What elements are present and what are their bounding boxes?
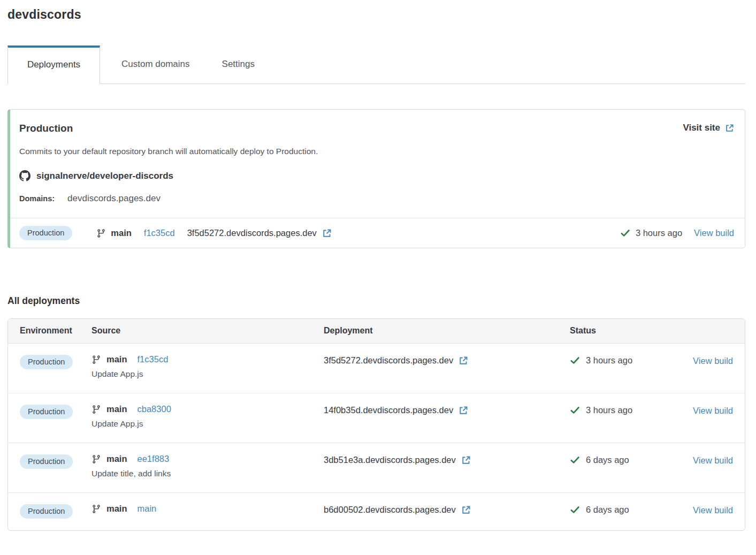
deployment-url-link[interactable]: 3f5d5272.devdiscords.pages.dev <box>187 228 332 238</box>
check-icon <box>570 455 580 465</box>
external-link-icon <box>461 505 471 515</box>
check-icon <box>570 355 580 366</box>
git-branch-icon <box>96 229 106 238</box>
environment-badge: Production <box>20 504 73 519</box>
status-time: 3 hours ago <box>586 355 632 366</box>
table-row: Production main ee1f883 Update title, ad… <box>8 443 745 492</box>
git-branch-icon <box>91 355 101 364</box>
view-build-link[interactable]: View build <box>693 406 733 415</box>
deployment-url-link[interactable]: 14f0b35d.devdiscords.pages.dev <box>324 405 453 415</box>
status-time: 3 hours ago <box>636 228 682 238</box>
commit-link[interactable]: f1c35cd <box>138 354 169 364</box>
column-header-status: Status <box>570 326 687 336</box>
column-header-deployment: Deployment <box>324 326 570 336</box>
external-link-icon <box>459 406 468 415</box>
view-build-link[interactable]: View build <box>693 455 733 465</box>
external-link-icon <box>461 455 471 465</box>
table-header: Environment Source Deployment Status <box>8 319 745 344</box>
deployment-url-link[interactable]: b6d00502.devdiscords.pages.dev <box>324 505 456 515</box>
commit-message: Update title, add links <box>91 469 324 478</box>
branch-name: main <box>106 454 127 464</box>
latest-deployment-row: Production main f1c35cd 3f5d5272.devdisc… <box>10 218 745 248</box>
branch-name: main <box>106 404 127 414</box>
check-icon <box>570 505 580 515</box>
environment-badge: Production <box>20 355 73 369</box>
branch-name: main <box>106 354 127 364</box>
deployments-table: Environment Source Deployment Status Pro… <box>7 318 745 531</box>
external-link-icon <box>322 229 332 238</box>
external-link-icon <box>725 124 734 133</box>
tab-settings[interactable]: Settings <box>211 45 265 83</box>
commit-link[interactable]: f1c35cd <box>144 228 175 238</box>
production-card-title: Production <box>19 123 73 134</box>
production-description: Commits to your default repository branc… <box>19 147 734 156</box>
git-branch-icon <box>91 504 101 514</box>
environment-badge: Production <box>19 226 72 240</box>
domains-value: devdiscords.pages.dev <box>67 193 161 204</box>
check-icon <box>620 228 630 238</box>
check-icon <box>570 405 580 415</box>
table-row: Production main main b6d00502.devdiscord… <box>8 492 745 530</box>
domains-label: Domains: <box>19 194 55 203</box>
git-branch-icon <box>91 405 101 414</box>
column-header-environment: Environment <box>20 326 91 336</box>
tab-custom-domains[interactable]: Custom domains <box>111 45 201 83</box>
view-build-link[interactable]: View build <box>693 356 733 366</box>
branch-name: main <box>111 228 132 238</box>
external-link-icon <box>459 356 468 366</box>
deployment-url-link[interactable]: 3db51e3a.devdiscords.pages.dev <box>324 455 456 465</box>
status-time: 6 days ago <box>586 505 629 515</box>
commit-link[interactable]: ee1f883 <box>138 454 170 464</box>
view-build-link[interactable]: View build <box>693 505 733 515</box>
tab-bar: Deployments Custom domains Settings <box>7 45 745 84</box>
all-deployments-title: All deployments <box>7 295 745 307</box>
table-row: Production main f1c35cd Update App.js 3f… <box>8 344 745 393</box>
deployment-url: 3f5d5272.devdiscords.pages.dev <box>187 228 317 238</box>
commit-message: Update App.js <box>91 419 324 429</box>
environment-badge: Production <box>20 454 73 469</box>
environment-badge: Production <box>20 405 73 419</box>
tab-deployments[interactable]: Deployments <box>7 45 100 84</box>
view-build-link[interactable]: View build <box>694 228 734 238</box>
visit-site-label: Visit site <box>683 123 720 133</box>
branch-name: main <box>106 504 127 514</box>
commit-message: Update App.js <box>91 369 324 379</box>
git-branch-icon <box>91 454 101 464</box>
github-icon <box>19 170 30 181</box>
table-row: Production main cba8300 Update App.js 14… <box>8 393 745 443</box>
status-time: 6 days ago <box>586 455 629 465</box>
production-card: Production Visit site Commits to your de… <box>7 109 745 248</box>
repo-link[interactable]: signalnerve/developer-discords <box>36 171 173 181</box>
visit-site-link[interactable]: Visit site <box>683 123 734 133</box>
commit-link[interactable]: cba8300 <box>138 404 171 414</box>
column-header-source: Source <box>91 326 324 336</box>
page-title: devdiscords <box>7 7 745 22</box>
deployment-url-link[interactable]: 3f5d5272.devdiscords.pages.dev <box>324 355 453 366</box>
status-time: 3 hours ago <box>586 405 632 415</box>
commit-link[interactable]: main <box>138 504 157 514</box>
